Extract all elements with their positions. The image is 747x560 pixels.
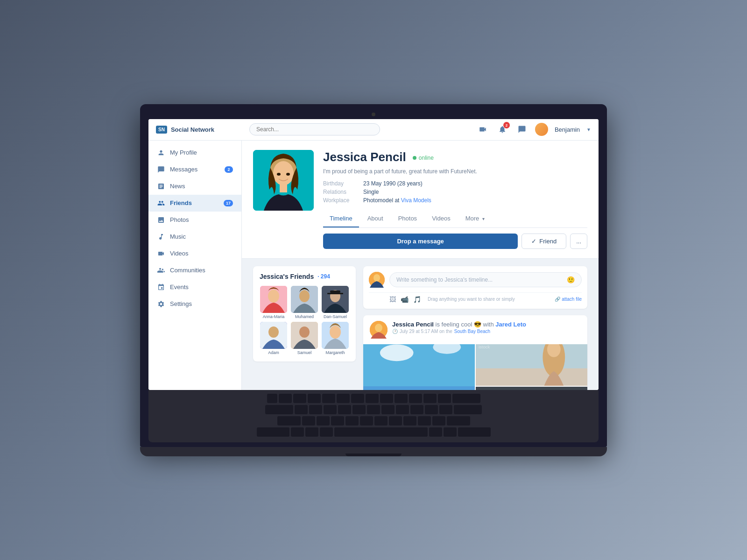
- svg-point-6: [277, 173, 281, 176]
- post-photo-beach[interactable]: [363, 344, 475, 390]
- svg-point-11: [299, 290, 310, 302]
- photo-attach-icon[interactable]: 🖼: [389, 296, 396, 303]
- post-header: Jessica Pencil is feeling cool 😎 with Ja…: [363, 315, 587, 344]
- tab-more[interactable]: More ▾: [459, 210, 491, 227]
- online-status: online: [413, 155, 434, 161]
- sidebar-label-communities: Communities: [170, 267, 205, 274]
- workplace-link[interactable]: Viva Models: [401, 197, 431, 204]
- chat-icon: [157, 165, 165, 174]
- svg-point-7: [286, 173, 290, 176]
- notifications-icon[interactable]: 2: [496, 123, 509, 136]
- write-post-input[interactable]: Write something to Jessica's timeline...…: [389, 272, 582, 287]
- svg-rect-15: [327, 293, 343, 294]
- friend-item[interactable]: Muhamed: [290, 286, 318, 319]
- sidebar: My Profile Messages 2 News: [148, 141, 242, 390]
- community-icon: [157, 266, 165, 275]
- friend-item[interactable]: Samuel: [290, 322, 318, 355]
- post-user-info: Jessica Pencil is feeling cool 😎 with Ja…: [392, 321, 581, 334]
- sidebar-item-events[interactable]: Events: [148, 279, 241, 296]
- write-post-box: Write something to Jessica's timeline...…: [363, 266, 587, 309]
- post-input-actions: 🖼 📹 🎵 Drag anything you want to share or…: [369, 292, 582, 303]
- friend-item[interactable]: Adam: [260, 322, 288, 355]
- friend-item[interactable]: Margareth: [321, 322, 349, 355]
- svg-point-17: [268, 326, 279, 338]
- sidebar-item-music[interactable]: Music: [148, 228, 241, 245]
- post-photo-model[interactable]: istock: [476, 344, 587, 386]
- video-attach-icon[interactable]: 📹: [401, 296, 409, 303]
- photo-icon: [157, 216, 165, 224]
- drag-text: Drag anything you want to share or simpl…: [428, 297, 515, 302]
- timeline-content: Jessica's Friends · 294 A: [242, 259, 599, 390]
- profile-info: Jessica Pencil online I'm proud of being…: [323, 150, 587, 249]
- tab-timeline[interactable]: Timeline: [323, 210, 359, 227]
- more-photos-overlay[interactable]: +35 photos: [476, 387, 587, 390]
- svg-point-21: [330, 326, 341, 339]
- friend-avatar-muhamed: [291, 286, 318, 313]
- search-bar[interactable]: [249, 123, 380, 135]
- emoji-picker-icon[interactable]: 🙂: [567, 276, 575, 284]
- user-dropdown-icon[interactable]: ▼: [586, 127, 591, 132]
- sidebar-item-my-profile[interactable]: My Profile: [148, 144, 241, 161]
- sidebar-item-messages[interactable]: Messages 2: [148, 161, 241, 178]
- topbar-right: 2 Benjamin ▼: [476, 123, 591, 136]
- tab-about[interactable]: About: [361, 210, 390, 227]
- timeline-right: Write something to Jessica's timeline...…: [363, 266, 587, 390]
- friend-item[interactable]: Dan-Samuel: [321, 286, 349, 319]
- tab-videos[interactable]: Videos: [425, 210, 457, 227]
- profile-photo: [253, 150, 314, 211]
- friend-name-muhamed: Muhamed: [295, 314, 314, 319]
- attach-file-link[interactable]: 🔗 attach file: [555, 297, 582, 302]
- sidebar-item-videos[interactable]: Videos: [148, 245, 241, 262]
- friend-item[interactable]: Anna-Maria: [260, 286, 288, 319]
- logo-text: Social Network: [171, 126, 214, 133]
- relations-value: Single: [363, 189, 379, 195]
- messages-icon[interactable]: [515, 123, 529, 136]
- svg-point-23: [374, 274, 380, 282]
- friends-icon: [157, 199, 165, 207]
- post-photo-more[interactable]: +35 photos: [476, 387, 587, 390]
- svg-point-1: [162, 269, 163, 270]
- post-card: Jessica Pencil is feeling cool 😎 with Ja…: [363, 315, 587, 390]
- search-input[interactable]: [249, 123, 380, 135]
- sidebar-item-communities[interactable]: Communities: [148, 262, 241, 279]
- post-user-avatar: [370, 321, 388, 339]
- sidebar-item-friends[interactable]: Friends 17: [148, 195, 241, 212]
- online-label: online: [419, 155, 434, 161]
- friend-avatar-anna: [260, 286, 287, 313]
- logo-area: SN Social Network: [156, 126, 249, 134]
- sidebar-item-photos[interactable]: Photos: [148, 212, 241, 228]
- more-options-button[interactable]: ...: [570, 234, 587, 249]
- tab-photos[interactable]: Photos: [392, 210, 423, 227]
- svg-point-30: [380, 344, 414, 361]
- friend-button[interactable]: ✓ Friend: [521, 234, 566, 249]
- music-attach-icon[interactable]: 🎵: [413, 296, 421, 303]
- write-post-avatar: [369, 272, 385, 288]
- drop-message-button[interactable]: Drop a message: [323, 234, 518, 249]
- post-user-name: Jessica Pencil is feeling cool 😎 with Ja…: [392, 321, 581, 328]
- video-call-icon[interactable]: [476, 123, 489, 136]
- settings-icon: [157, 300, 165, 308]
- user-avatar[interactable]: [535, 123, 548, 136]
- sidebar-label-my-profile: My Profile: [170, 149, 197, 156]
- sidebar-label-news: News: [170, 183, 185, 190]
- friend-name-anna: Anna-Maria: [263, 314, 285, 319]
- video-icon: [157, 249, 165, 258]
- post-tagged-person[interactable]: Jared Leto: [495, 321, 526, 328]
- sidebar-item-settings[interactable]: Settings: [148, 296, 241, 312]
- friend-avatar-samuel: [291, 322, 318, 349]
- checkmark-icon: ✓: [531, 238, 536, 245]
- friend-avatar-dan: [322, 286, 349, 313]
- friends-section: Jessica's Friends · 294 A: [253, 266, 356, 362]
- timeline-left: Jessica's Friends · 294 A: [253, 266, 356, 390]
- workplace-value: Photomodel at Viva Models: [363, 197, 431, 204]
- svg-rect-14: [330, 291, 340, 293]
- post-location[interactable]: South Bay Beach: [454, 329, 490, 334]
- sidebar-label-music: Music: [170, 233, 186, 240]
- svg-text:istock: istock: [479, 344, 490, 349]
- main-layout: My Profile Messages 2 News: [148, 141, 599, 390]
- sidebar-item-news[interactable]: News: [148, 178, 241, 195]
- clock-icon: 🕐: [392, 329, 398, 334]
- post-meta: 🕐 July 29 at 5:17 AM on the South Bay Be…: [392, 329, 581, 334]
- user-name[interactable]: Benjamin: [555, 126, 580, 133]
- sidebar-label-settings: Settings: [170, 300, 192, 307]
